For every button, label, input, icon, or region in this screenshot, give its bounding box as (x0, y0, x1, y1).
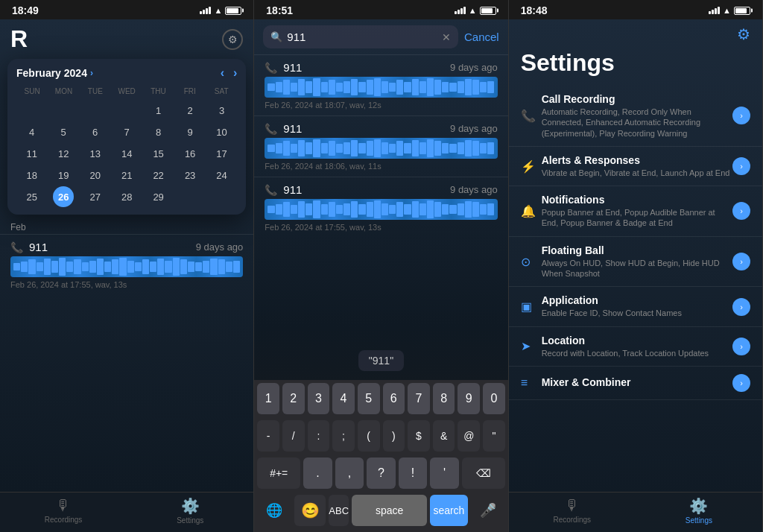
calendar-day-24[interactable]: 24 (212, 165, 232, 186)
panel1-header: R ⚙ (0, 19, 253, 56)
settings-arrow-4[interactable]: › (732, 298, 750, 316)
settings-arrow-1[interactable]: › (732, 157, 750, 175)
calendar-day-1[interactable]: 1 (148, 100, 169, 121)
phone-icon-r1: 📞 (265, 123, 277, 135)
calendar-day-22[interactable]: 22 (148, 165, 169, 186)
signal-icon-3 (709, 7, 720, 14)
search-field[interactable]: 🔍 911 ✕ (263, 25, 458, 48)
cancel-button[interactable]: Cancel (464, 31, 499, 43)
calendar-day-17[interactable]: 17 (212, 143, 232, 164)
calendar-day-9[interactable]: 9 (180, 121, 200, 142)
calendar-day-4[interactable]: 4 (22, 121, 42, 142)
calendar-day-19[interactable]: 19 (53, 165, 74, 186)
calendar-day-10[interactable]: 10 (212, 121, 232, 142)
settings-item-application[interactable]: ▣ Application Enable Face ID, Show Conta… (509, 287, 762, 326)
key-numpad[interactable]: #+= (257, 457, 300, 489)
settings-gear-icon[interactable]: ⚙ (222, 29, 243, 50)
settings-arrow-2[interactable]: › (732, 202, 750, 220)
key-question[interactable]: ? (367, 457, 396, 489)
key-1[interactable]: 1 (257, 383, 279, 414)
key-backspace[interactable]: ⌫ (462, 457, 505, 489)
calendar-day-2[interactable]: 2 (180, 100, 200, 121)
calendar-day-28[interactable]: 28 (116, 186, 137, 207)
settings-item-call-recording[interactable]: 📞 Call Recording Automatic Recording, Re… (509, 86, 762, 147)
settings-item-notifications[interactable]: 🔔 Notifications Popup Banner at End, Pop… (509, 186, 762, 237)
tab-settings-1[interactable]: ⚙️ Settings (127, 497, 253, 525)
feb-label: Feb (0, 218, 253, 234)
key-period[interactable]: . (303, 457, 332, 489)
key-amp[interactable]: & (433, 420, 455, 452)
calendar-day-11[interactable]: 11 (22, 143, 42, 164)
search-input-text[interactable]: 911 (287, 31, 437, 43)
key-7[interactable]: 7 (408, 383, 430, 414)
phone-icon-r0: 📞 (265, 62, 277, 74)
calendar-day-15[interactable]: 15 (148, 143, 169, 164)
calendar-day-20[interactable]: 20 (85, 165, 106, 186)
result-item-0[interactable]: 📞 911 9 days ago Feb 26, 2024 at 18:07, … (254, 54, 507, 115)
calendar-day-27[interactable]: 27 (85, 186, 106, 207)
key-slash[interactable]: / (282, 420, 305, 452)
key-0[interactable]: 0 (483, 383, 505, 414)
calendar-day-25[interactable]: 25 (22, 186, 42, 207)
settings-header: Settings (509, 46, 762, 86)
result-item-2[interactable]: 📞 911 9 days ago Feb 26, 2024 at 17:55, … (254, 177, 507, 238)
calendar-day-5[interactable]: 5 (53, 121, 74, 142)
calendar-day-26[interactable]: 26 (53, 186, 74, 207)
globe-icon[interactable]: 🌐 (257, 496, 291, 525)
settings-top-icon[interactable]: ⚙ (737, 25, 750, 43)
key-semicolon[interactable]: ; (332, 420, 355, 452)
tab-recordings-1[interactable]: 🎙 Recordings (0, 497, 127, 525)
settings-arrow-6[interactable]: › (732, 374, 750, 392)
settings-item-alerts-&-responses[interactable]: ⚡ Alerts & Responses Vibrate at Begin, V… (509, 147, 762, 186)
settings-item-floating-ball[interactable]: ⊙ Floating Ball Always On HUD, Show HUD … (509, 237, 762, 288)
space-key[interactable]: space (352, 495, 427, 526)
key-4[interactable]: 4 (332, 383, 355, 414)
key-exclaim[interactable]: ! (399, 457, 428, 489)
calendar-day-13[interactable]: 13 (85, 143, 106, 164)
calendar-day-6[interactable]: 6 (85, 121, 106, 142)
recording-item-1[interactable]: 📞 911 9 days ago Feb 26, 2024 at 17:55, … (0, 234, 253, 295)
search-key[interactable]: search (430, 495, 468, 526)
settings-item-mixer-&-combiner[interactable]: ≡ Mixer & Combiner › (509, 367, 762, 400)
settings-arrow-5[interactable]: › (732, 338, 750, 355)
key-at[interactable]: @ (458, 420, 480, 452)
calendar-day-18[interactable]: 18 (22, 165, 42, 186)
calendar-day-7[interactable]: 7 (116, 121, 137, 142)
suggestion-chip[interactable]: "911" (358, 350, 404, 371)
calendar-day-12[interactable]: 12 (53, 143, 74, 164)
key-abc[interactable]: ABC (329, 495, 349, 526)
key-2[interactable]: 2 (282, 383, 305, 414)
tab-recordings-3[interactable]: 🎙 Recordings (509, 497, 636, 525)
calendar-day-8[interactable]: 8 (148, 121, 169, 142)
calendar-day-23[interactable]: 23 (180, 165, 200, 186)
key-5[interactable]: 5 (358, 383, 380, 414)
calendar-day-29[interactable]: 29 (148, 186, 169, 207)
calendar-next-button[interactable]: › (233, 66, 237, 80)
key-dash[interactable]: - (257, 420, 279, 452)
calendar-day-14[interactable]: 14 (116, 143, 137, 164)
calendar-day-16[interactable]: 16 (180, 143, 200, 164)
calendar-day-21[interactable]: 21 (116, 165, 137, 186)
key-9[interactable]: 9 (458, 383, 480, 414)
key-3[interactable]: 3 (308, 383, 330, 414)
microphone-icon[interactable]: 🎤 (471, 496, 505, 525)
settings-arrow-0[interactable]: › (732, 107, 750, 124)
key-lparen[interactable]: ( (358, 420, 380, 452)
search-clear-button[interactable]: ✕ (442, 31, 451, 43)
settings-arrow-3[interactable]: › (732, 253, 750, 270)
key-8[interactable]: 8 (433, 383, 455, 414)
key-quote[interactable]: " (483, 420, 505, 452)
result-item-1[interactable]: 📞 911 9 days ago Feb 26, 2024 at 18:06, … (254, 115, 507, 177)
key-6[interactable]: 6 (383, 383, 405, 414)
key-rparen[interactable]: ) (383, 420, 405, 452)
calendar-day-3[interactable]: 3 (212, 100, 232, 121)
emoji-key[interactable]: 😊 (294, 495, 326, 526)
key-colon[interactable]: : (308, 420, 330, 452)
key-apostrophe[interactable]: ' (430, 457, 459, 489)
recordings-tab-label-3: Recordings (553, 516, 591, 524)
calendar-prev-button[interactable]: ‹ (221, 66, 224, 80)
key-dollar[interactable]: $ (408, 420, 430, 452)
key-comma[interactable]: , (335, 457, 364, 489)
settings-item-location[interactable]: ➤ Location Record with Location, Track L… (509, 327, 762, 367)
tab-settings-3[interactable]: ⚙️ Settings (636, 497, 762, 525)
